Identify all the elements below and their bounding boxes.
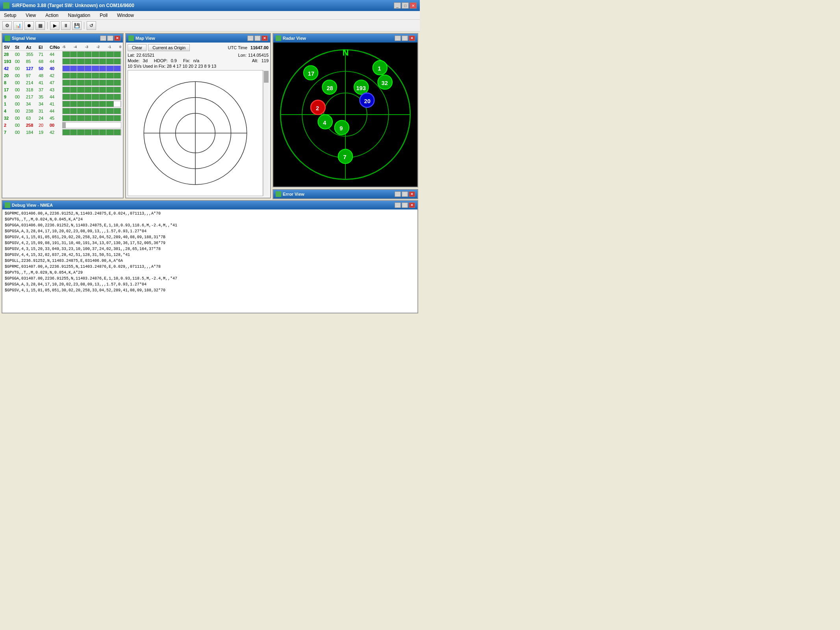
refresh-button[interactable]: ↺ bbox=[87, 21, 96, 30]
radar-restore-btn[interactable]: □ bbox=[402, 35, 408, 41]
pause-button[interactable]: ⏸ bbox=[61, 21, 70, 30]
fix-value: n/a bbox=[193, 58, 199, 63]
toolbar-separator-2 bbox=[84, 22, 84, 29]
play-button[interactable]: ▶ bbox=[50, 21, 59, 30]
debug-content[interactable]: $GPRMC,031406.00,A,2236.91252,N,11403.24… bbox=[2, 209, 417, 313]
menu-view[interactable]: View bbox=[24, 12, 37, 19]
utc-label: UTC Time bbox=[228, 45, 248, 50]
mode-label: Mode: bbox=[128, 58, 140, 63]
debug-close-btn[interactable]: ✕ bbox=[409, 202, 415, 208]
radar-view-panel: Radar View _ □ ✕ bbox=[273, 33, 418, 187]
debug-line-5: $GPGSV,4,2,15,09,08,191,31,10,40,191,34,… bbox=[5, 240, 415, 246]
signal-content: SV St Az El C/No -5 -4 -3 -2 -1 0 bbox=[2, 43, 123, 198]
debug-line-4: $GPGSV,4,1,15,01,05,051,29,02,20,258,32,… bbox=[5, 234, 415, 240]
signal-row-0: 28 00 355 71 44 bbox=[4, 51, 121, 58]
radar-view-title: Radar View bbox=[283, 36, 306, 41]
error-panel-icon bbox=[276, 191, 281, 197]
header-el: El bbox=[39, 45, 50, 50]
error-restore-btn[interactable]: □ bbox=[402, 191, 408, 197]
window-controls: _ □ ✕ bbox=[394, 2, 417, 9]
error-close-btn[interactable]: ✕ bbox=[409, 191, 415, 197]
hdop-value: 0.9 bbox=[171, 58, 177, 63]
svg-text:17: 17 bbox=[308, 70, 314, 77]
radar-titlebar: Radar View _ □ ✕ bbox=[273, 34, 417, 43]
menu-poll[interactable]: Poll bbox=[98, 12, 109, 19]
debug-line-7: $GPGSV,4,4,15,32,02,037,28,42,51,128,31,… bbox=[5, 252, 415, 258]
svg-text:28: 28 bbox=[326, 85, 333, 91]
hdop-label: HDOP: bbox=[154, 58, 168, 63]
svs-line: 10 SVs Used in Fix: 28 4 17 10 20 2 23 8… bbox=[128, 64, 269, 69]
grid-button[interactable]: ▦ bbox=[35, 21, 45, 30]
svg-text:32: 32 bbox=[382, 80, 388, 86]
debug-line-9: $GPRMC,031407.00,A,2236.91255,N,11403.24… bbox=[5, 264, 415, 270]
header-st: St bbox=[15, 45, 26, 50]
header-cno: C/No bbox=[50, 45, 62, 50]
menu-window[interactable]: Window bbox=[115, 12, 135, 19]
signal-minimize-btn[interactable]: _ bbox=[100, 35, 106, 41]
signal-restore-btn[interactable]: □ bbox=[107, 35, 113, 41]
close-button[interactable]: ✕ bbox=[410, 2, 417, 9]
map-restore-btn[interactable]: □ bbox=[254, 35, 261, 41]
error-view-panel: Error View _ □ ✕ bbox=[273, 189, 418, 199]
svg-text:193: 193 bbox=[356, 85, 365, 91]
debug-line-3: $GPGSA,A,3,28,04,17,10,20,02,23,08,09,13… bbox=[5, 228, 415, 234]
map-scrollbar[interactable] bbox=[263, 70, 269, 196]
signal-row-11: 7 00 184 19 42 bbox=[4, 129, 121, 136]
svg-text:4: 4 bbox=[323, 120, 326, 126]
signal-rows: 28 00 355 71 44 193 00 85 68 44 bbox=[4, 51, 121, 136]
debug-restore-btn[interactable]: □ bbox=[402, 202, 408, 208]
radar-minimize-btn[interactable]: _ bbox=[395, 35, 401, 41]
debug-view-panel: Debug View - NMEA _ □ ✕ $GPRMC,031406.00… bbox=[2, 200, 418, 313]
debug-minimize-btn[interactable]: _ bbox=[395, 202, 401, 208]
minimize-button[interactable]: _ bbox=[394, 2, 401, 9]
signal-row-3: 20 00 97 48 42 bbox=[4, 72, 121, 79]
map-close-btn[interactable]: ✕ bbox=[261, 35, 268, 41]
signal-row-10: 2 00 258 20 00 bbox=[4, 122, 121, 129]
debug-line-12: $GPGSA,A,3,28,04,17,10,20,02,23,08,09,13… bbox=[5, 282, 415, 287]
debug-line-0: $GPRMC,031406.00,A,2236.91252,N,11403.24… bbox=[5, 211, 415, 217]
title-bar: SiRFDemo 3.88 (Target SW: Unknown) on CO… bbox=[0, 0, 420, 11]
map-toolbar: Clear Current as Origin UTC Time 11647.0… bbox=[128, 44, 269, 51]
svg-text:20: 20 bbox=[364, 98, 371, 104]
save-button[interactable]: 💾 bbox=[72, 21, 82, 30]
settings-button[interactable]: ⚙ bbox=[2, 21, 12, 30]
error-titlebar: Error View _ □ ✕ bbox=[273, 190, 417, 198]
signal-view-title: Signal View bbox=[12, 36, 36, 41]
signal-close-btn[interactable]: ✕ bbox=[114, 35, 121, 41]
error-minimize-btn[interactable]: _ bbox=[395, 191, 401, 197]
debug-panel-icon bbox=[5, 202, 10, 208]
maximize-button[interactable]: □ bbox=[402, 2, 409, 9]
error-view-title: Error View bbox=[283, 192, 304, 196]
chart-button[interactable]: 📊 bbox=[13, 21, 23, 30]
debug-line-11: $GPGGA,031407.00,2236.91255,N,11403.2487… bbox=[5, 276, 415, 282]
mode-value: 3d bbox=[143, 58, 148, 63]
right-column: Radar View _ □ ✕ bbox=[273, 33, 418, 198]
menu-setup[interactable]: Setup bbox=[2, 12, 18, 19]
menu-navigation[interactable]: Navigation bbox=[67, 12, 92, 19]
clear-button[interactable]: Clear bbox=[128, 44, 146, 51]
svg-text:9: 9 bbox=[339, 125, 343, 132]
alt-label: Alt: bbox=[252, 58, 258, 63]
map-minimize-btn[interactable]: _ bbox=[247, 35, 254, 41]
debug-line-10: $GPVTG,,T,,M,0.029,N,0.054,K,A*29 bbox=[5, 270, 415, 276]
signal-row-6: 9 00 217 35 44 bbox=[4, 93, 121, 100]
map-scrollbar-thumb[interactable] bbox=[264, 71, 269, 83]
record-button[interactable]: ⏺ bbox=[24, 21, 34, 30]
signal-view-titlebar: Signal View _ □ ✕ bbox=[2, 34, 123, 43]
signal-row-2: 42 00 127 50 40 bbox=[4, 65, 121, 72]
signal-panel-icon bbox=[5, 35, 10, 41]
map-panel-icon bbox=[128, 35, 134, 41]
lon-label: Lon: bbox=[238, 53, 247, 57]
map-view-panel: Map View _ □ ✕ Clear Current as Origin U… bbox=[125, 33, 271, 198]
radar-close-btn[interactable]: ✕ bbox=[409, 35, 415, 41]
menu-action[interactable]: Action bbox=[44, 12, 60, 19]
main-area: Signal View _ □ ✕ SV St Az El C/No -5 bbox=[0, 32, 420, 315]
debug-view-title: Debug View - NMEA bbox=[12, 203, 53, 208]
signal-header: SV St Az El C/No -5 -4 -3 -2 -1 0 bbox=[4, 44, 121, 51]
header-sv: SV bbox=[4, 45, 15, 50]
signal-row-7: 1 00 34 34 41 bbox=[4, 100, 121, 107]
current-origin-button[interactable]: Current as Origin bbox=[148, 44, 190, 51]
map-view-titlebar: Map View _ □ ✕ bbox=[126, 34, 270, 43]
lat-label: Lat: bbox=[128, 53, 135, 57]
header-az: Az bbox=[26, 45, 39, 50]
